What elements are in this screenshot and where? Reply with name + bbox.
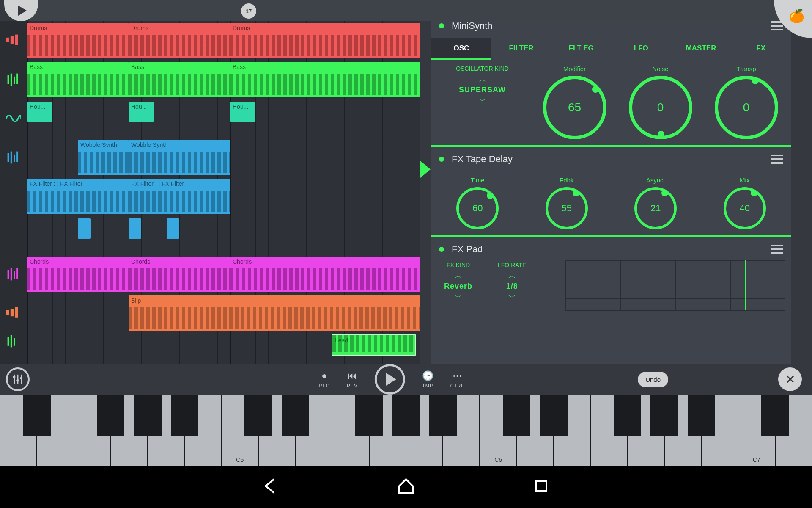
black-key[interactable] [540, 395, 567, 436]
tempo-button[interactable]: 🕒TMP [422, 370, 433, 388]
arrangement-view[interactable]: Drums Drums Drums Bass Bass Bass Hou... … [27, 21, 420, 364]
clip-hou[interactable]: Hou... [129, 102, 154, 122]
knob-mix[interactable]: 40 [724, 187, 766, 229]
back-button[interactable] [262, 478, 279, 496]
track-icon-bass[interactable] [0, 60, 27, 99]
clip-chords[interactable]: Chords [27, 257, 129, 292]
undo-button[interactable]: Undo [638, 372, 668, 387]
panel-expand-arrow-icon[interactable] [420, 161, 431, 178]
knob-time[interactable]: 60 [456, 187, 499, 229]
home-button[interactable] [398, 478, 414, 496]
clip-hou[interactable]: Hou... [27, 102, 52, 122]
clip-wobble[interactable]: Wobble Synth [78, 140, 129, 175]
track-icon-wobble[interactable] [0, 138, 27, 177]
black-key[interactable] [429, 395, 457, 436]
module-minisynth: MiniSynth OSC FILTER FLT EG LFO MASTER F… [431, 12, 791, 145]
close-button[interactable]: ✕ [778, 367, 802, 391]
rewind-button[interactable]: ⏮REV [347, 370, 358, 388]
fx-kind-selector[interactable]: ︿ Reverb ﹀ [444, 272, 472, 301]
clip-bass[interactable]: Bass [129, 62, 230, 97]
chevron-down-icon[interactable]: ﹀ [479, 97, 486, 105]
black-key[interactable] [23, 395, 51, 436]
black-key[interactable] [134, 395, 161, 436]
chevron-down-icon[interactable]: ﹀ [455, 293, 462, 301]
piano-keyboard[interactable]: C5C6C7 [0, 395, 812, 466]
svg-rect-9 [14, 155, 15, 162]
osc-kind-selector[interactable]: ︿ SUPERSAW ﹀ [459, 75, 506, 105]
clip-fxfilter[interactable]: FX Filter : : FX Filter [129, 179, 230, 214]
clip-fxfilter[interactable]: FX Filter : : FX Filter [27, 179, 129, 214]
chevron-up-icon[interactable]: ︿ [508, 272, 516, 279]
track-icon-empty-2[interactable] [0, 216, 27, 255]
play-button[interactable] [375, 364, 405, 395]
knob-transp[interactable]: 0 [715, 76, 778, 139]
module-tapedelay: FX Tape Delay Time 60 Fdbk 55 Async. 21 … [431, 145, 791, 235]
hamburger-icon[interactable] [771, 245, 783, 254]
black-key[interactable] [503, 395, 530, 436]
black-key[interactable] [650, 395, 678, 436]
black-key[interactable] [282, 395, 309, 436]
svg-point-25 [16, 379, 19, 382]
recents-button[interactable] [533, 478, 550, 496]
svg-rect-27 [536, 481, 546, 491]
clip-hou[interactable]: Hou... [230, 102, 255, 122]
module-fxpad: FX Pad FX KIND ︿ Reverb ﹀ LFO RATE ︿ [431, 235, 791, 364]
tab-master[interactable]: MASTER [671, 38, 731, 60]
chevron-up-icon[interactable]: ︿ [455, 272, 462, 279]
clip-chords[interactable]: Chords [129, 257, 230, 292]
clip-hit[interactable] [129, 218, 141, 239]
black-key[interactable] [761, 395, 789, 436]
track-icon-chords[interactable] [0, 255, 27, 294]
clip-chords[interactable]: Chords [230, 257, 420, 292]
clip-wobble[interactable]: Wobble Synth [129, 140, 230, 175]
clip-hit[interactable] [167, 218, 179, 239]
svg-rect-20 [14, 338, 15, 346]
clip-drums[interactable]: Drums [27, 23, 129, 58]
tab-filter[interactable]: FILTER [491, 38, 551, 60]
clip-bass[interactable]: Bass [27, 62, 129, 97]
clip-drums[interactable]: Drums [230, 23, 420, 58]
black-key[interactable] [688, 395, 715, 436]
track-icon-drums[interactable] [0, 21, 27, 60]
power-indicator-icon[interactable] [439, 23, 444, 28]
knob-fdbk[interactable]: 55 [546, 187, 588, 229]
tab-flteg[interactable]: FLT EG [551, 38, 611, 60]
clip-drums[interactable]: Drums [129, 23, 230, 58]
mixer-button[interactable] [6, 367, 30, 391]
power-indicator-icon[interactable] [439, 247, 444, 252]
svg-point-26 [20, 377, 23, 379]
tab-osc[interactable]: OSC [431, 38, 491, 60]
track-icon-lead[interactable] [0, 333, 27, 350]
black-key[interactable] [171, 395, 198, 436]
lfo-rate-selector[interactable]: ︿ 1/8 ﹀ [506, 272, 518, 301]
chevron-down-icon[interactable]: ﹀ [508, 293, 516, 301]
track-icon-hou[interactable] [0, 99, 27, 138]
record-button[interactable]: ●REC [319, 370, 330, 388]
ctrl-button[interactable]: ⋯CTRL [450, 370, 464, 388]
track-icon-empty-1[interactable] [0, 177, 27, 216]
black-key[interactable] [97, 395, 124, 436]
black-key[interactable] [392, 395, 420, 436]
song-position-marker[interactable]: 17 [241, 3, 256, 19]
power-indicator-icon[interactable] [439, 157, 444, 162]
clip-bass[interactable]: Bass [230, 62, 420, 97]
fx-xy-pad[interactable] [565, 260, 785, 311]
svg-rect-8 [11, 152, 12, 164]
svg-rect-17 [15, 307, 18, 318]
hamburger-icon[interactable] [771, 155, 783, 164]
black-key[interactable] [244, 395, 272, 436]
track-icon-blip[interactable] [0, 294, 27, 333]
knob-noise[interactable]: 0 [629, 76, 692, 139]
svg-rect-15 [6, 310, 9, 315]
tab-lfo[interactable]: LFO [611, 38, 671, 60]
black-key[interactable] [614, 395, 641, 436]
knob-async[interactable]: 21 [634, 187, 677, 229]
timeline-ruler[interactable]: 17 [30, 0, 812, 21]
clip-lead[interactable]: Lead [332, 334, 416, 356]
chevron-up-icon[interactable]: ︿ [479, 75, 486, 83]
tab-fx[interactable]: FX [731, 38, 791, 60]
clip-hit[interactable] [78, 218, 91, 239]
clip-blip[interactable]: Blip [129, 295, 420, 331]
knob-modifier[interactable]: 65 [543, 76, 606, 139]
black-key[interactable] [355, 395, 383, 436]
